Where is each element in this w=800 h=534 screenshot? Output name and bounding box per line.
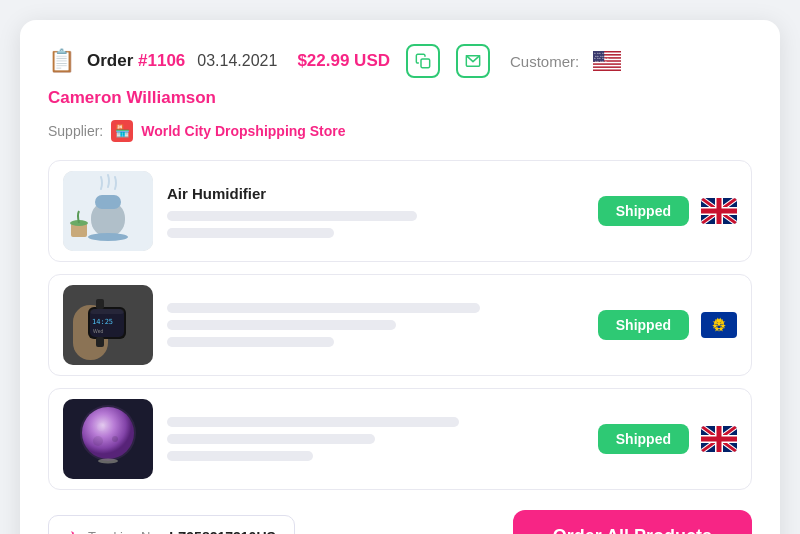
product-item-3: Shipped	[48, 388, 752, 490]
tracking-plane-icon: ✈	[67, 528, 80, 535]
svg-point-17	[88, 233, 128, 241]
order-amount: $22.99 USD	[297, 51, 390, 71]
product-name-1: Air Humidifier	[167, 185, 584, 202]
product-right-1: Shipped	[598, 196, 737, 226]
svg-rect-8	[593, 68, 621, 70]
product-list: Air Humidifier Shipped	[48, 160, 752, 490]
svg-rect-0	[421, 59, 430, 68]
copy-button[interactable]	[406, 44, 440, 78]
product-image-3	[63, 399, 153, 479]
svg-rect-7	[593, 65, 621, 67]
skeleton-2b	[167, 320, 396, 330]
supplier-store-icon: 🏪	[111, 120, 133, 142]
product-info-1: Air Humidifier	[167, 185, 584, 238]
order-card: 📋 Order #1106 03.14.2021 $22.99 USD Cust…	[20, 20, 780, 534]
product-item-1: Air Humidifier Shipped	[48, 160, 752, 262]
order-document-icon: 📋	[48, 48, 75, 74]
order-label: Order #1106	[87, 51, 185, 71]
order-date: 03.14.2021	[197, 52, 277, 70]
svg-rect-29	[90, 309, 124, 314]
skeleton-2c	[167, 337, 334, 347]
product-info-2	[167, 303, 584, 347]
product-right-2: Shipped	[598, 310, 737, 340]
email-button[interactable]	[456, 44, 490, 78]
product-image-1	[63, 171, 153, 251]
svg-rect-25	[96, 299, 104, 309]
skeleton-1a	[167, 211, 417, 221]
product-image-2: 14:25 Wed	[63, 285, 153, 365]
skeleton-3a	[167, 417, 459, 427]
skeleton-3b	[167, 434, 375, 444]
tracking-label: Tracking No:	[88, 529, 161, 534]
tracking-box: ✈ Tracking No: LZ958217310US	[48, 515, 295, 535]
us-flag-icon: ★ ★ ★ ★ ★ ★ ★ ★ ★ ★ ★ ★ ★ ★ ★ ★ ★ ★ ★ ★ …	[593, 51, 621, 71]
svg-text:14:25: 14:25	[92, 318, 113, 326]
skeleton-1b	[167, 228, 334, 238]
header-row: 📋 Order #1106 03.14.2021 $22.99 USD Cust…	[48, 44, 752, 108]
svg-rect-16	[95, 195, 121, 209]
shipped-badge-3: Shipped	[598, 424, 689, 454]
svg-rect-6	[593, 62, 621, 64]
tracking-number: LZ958217310US	[169, 529, 276, 535]
product-right-3: Shipped	[598, 424, 737, 454]
supplier-label: Supplier:	[48, 123, 103, 139]
skeleton-2a	[167, 303, 480, 313]
customer-name: Cameron Williamson	[48, 88, 216, 108]
svg-point-48	[80, 405, 136, 461]
shipped-badge-1: Shipped	[598, 196, 689, 226]
order-all-products-button[interactable]: Order All Products	[513, 510, 752, 534]
svg-text:Wed: Wed	[93, 328, 103, 334]
shipped-badge-2: Shipped	[598, 310, 689, 340]
uk-flag-icon-3	[701, 426, 737, 452]
uk-flag-icon-1	[701, 198, 737, 224]
skeleton-3c	[167, 451, 313, 461]
product-item-2: 14:25 Wed Shipped	[48, 274, 752, 376]
footer-row: ✈ Tracking No: LZ958217310US Order All P…	[48, 510, 752, 534]
supplier-row: Supplier: 🏪 World City Dropshipping Stor…	[48, 120, 752, 142]
product-info-3	[167, 417, 584, 461]
customer-label: Customer:	[510, 53, 579, 70]
svg-rect-26	[96, 337, 104, 347]
eu-flag-icon-2	[701, 312, 737, 338]
order-number: #1106	[138, 51, 185, 70]
supplier-name: World City Dropshipping Store	[141, 123, 345, 139]
